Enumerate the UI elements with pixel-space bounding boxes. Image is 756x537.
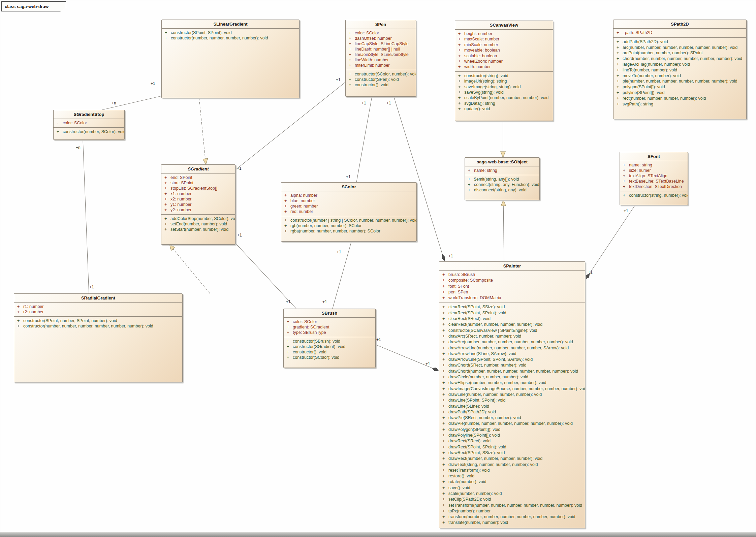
member-text: constructor(): void [355,82,390,88]
visibility-marker: + [613,56,623,62]
composition-spainter-sfont [586,205,635,279]
attribute-row: +alpha: number [281,193,416,198]
member-text: clearRect(number, number, number, number… [448,322,544,327]
class-spainter[interactable]: SPainter+brush: SBrush+composite: SCompo… [439,261,585,528]
sgradient-methods-compartment: +addColorStop(number, SColor): void+setE… [161,214,235,234]
visibility-marker: + [613,50,623,56]
member-text: dashOffset: number [355,36,394,41]
visibility-marker: + [620,179,629,184]
member-text: disconnect(string, any): void [474,187,529,193]
bottom-scrollbar-track[interactable] [0,532,756,537]
class-sradialgradient[interactable]: SRadialGradient+r1: number+r2: number+co… [14,293,183,382]
visibility-marker: + [281,193,290,198]
method-row: +rotate(number): void [439,479,585,485]
class-scolor[interactable]: SColor+alpha: number+blue: number+green:… [281,182,417,242]
member-text: constructor(string, number): void [629,193,688,198]
attribute-row: +x2: number [161,196,235,202]
class-sobject[interactable]: saga-web-base::SObject+name: string+$emi… [465,157,540,200]
slineargradient-methods-compartment: +constructor(SPoint, SPoint): void+const… [162,28,299,42]
association-scolor-sbrush [333,242,351,309]
class-sgradientstop[interactable]: SGradientStop-color: SColor+constructor(… [53,110,125,140]
member-text: drawRect(number, number, number, number)… [448,456,544,462]
method-row: +disconnect(string, any): void [465,187,539,193]
method-row: +setStart(number, number): void [161,227,235,232]
multiplicity-label: +1 [426,361,430,366]
visibility-marker: + [161,180,170,186]
member-text: brush: SBrush [448,272,477,278]
member-text: green: number [290,203,320,209]
member-text: drawPolyline(SPoint[]): void [448,433,502,438]
member-text: color: SColor [63,120,89,126]
attribute-row: +gradient: SGradient [284,324,375,330]
visibility-marker: + [162,30,171,35]
member-text: start: SPoint [170,180,195,186]
multiplicity-label: +1 [376,337,381,342]
member-text: svgPath(): string [623,101,655,107]
method-row: +constructor(SPoint, number, SPoint, num… [14,318,182,323]
class-title-sbrush: SBrush [284,309,375,317]
visibility-marker: + [14,309,23,315]
visibility-marker: + [439,374,448,380]
member-text: scalable: boolean [464,53,499,59]
attribute-row: +moveable: boolean [455,48,553,53]
class-scanvasview[interactable]: SCanvasView+height: number+maxScale: num… [455,21,553,121]
method-row: +constructor(): void [284,349,375,355]
sradialgradient-attrs-compartment: +r1: number+r2: number [14,302,182,316]
member-text: drawLine(SPoint, SPoint): void [448,398,508,403]
visibility-marker: + [439,316,448,322]
class-sfont[interactable]: SFont+name: string+size: numer+textAlign… [620,152,688,205]
method-row: +translate(number, number): void [439,520,585,526]
method-row: +constructor(SPen): void [346,77,416,82]
method-row: +drawRect(SRect): void [439,438,585,444]
visibility-marker: + [455,84,464,90]
class-spen[interactable]: SPen+color: SColor+dashOffset: number+li… [345,20,416,97]
member-text: name: string [629,162,654,168]
visibility-marker: + [161,186,170,191]
spath2d-methods-compartment: +addPath(SPath2D): void+arc(number, numb… [613,37,746,109]
member-text: lineJoinStyle: SLineJoinStyle [355,52,411,57]
member-text: constructor(number, SColor): void [63,129,125,134]
attribute-row: +scalable: boolean [455,53,553,59]
visibility-marker: + [439,386,448,392]
generalization-slineargradient-sgradient [199,98,206,164]
attribute-row: +maxScale: number [455,36,553,42]
class-spath2d[interactable]: SPath2D+_path: SPath2D+addPath(SPath2D):… [613,20,747,119]
class-slineargradient[interactable]: SLinearGradient+constructor(SPoint, SPoi… [161,20,300,98]
visibility-marker: + [439,473,448,479]
visibility-marker: + [439,289,448,295]
visibility-marker: + [455,31,464,36]
sbrush-attrs-compartment: +color: SColor+gradient: SGradient+type:… [284,317,375,337]
class-sgradient[interactable]: SGradient+end: SPoint+start: SPoint+stop… [161,164,235,245]
visibility-marker: + [161,175,170,180]
member-text: composite: SComposite [448,278,495,283]
class-title-sgradientstop: SGradientStop [54,110,124,119]
method-row: +drawArc(number, number, number, number,… [439,339,585,345]
member-text: lineCapStyle: SLineCapStyle [355,41,411,46]
method-row: +constructor(SPoint, SPoint): void [162,30,299,35]
method-row: +drawPie(SRect, number, number): void [439,415,585,421]
class-title-scanvasview: SCanvasView [455,21,553,29]
class-sbrush[interactable]: SBrush+color: SColor+gradient: SGradient… [283,309,376,368]
method-row: +clearRect(number, number, number, numbe… [439,322,585,327]
visibility-marker: + [613,96,623,101]
visibility-marker: + [455,101,464,106]
method-row: +setEnd(number, number): void [161,221,235,227]
visibility-marker: + [439,295,448,301]
method-row: +constructor(number, number, number, num… [14,323,182,329]
member-text: minScale: number [464,42,500,48]
multiplicity-label: +1 [346,175,351,179]
method-row: +constructor(number, SColor): void [54,129,124,134]
visibility-marker: + [439,450,448,456]
method-row: +transform(number, number, number, numbe… [439,514,585,520]
visibility-marker: + [439,444,448,450]
member-text: rgba(number, number, number, number): SC… [290,228,382,234]
member-text: height: number [464,31,494,36]
association-sgradientstop-sradialgradient [83,140,89,293]
visibility-marker: + [439,380,448,386]
member-text: constructor(SColor): void [293,355,341,360]
visibility-marker: + [161,196,170,202]
member-text: addPath(SPath2D): void [623,39,670,45]
method-row: +drawArrowLine(SPoint, SPoint, SArrow): … [439,357,585,362]
member-text: drawPath(SPath2D): void [448,409,498,415]
method-row: +drawPath(SPath2D): void [439,409,585,415]
